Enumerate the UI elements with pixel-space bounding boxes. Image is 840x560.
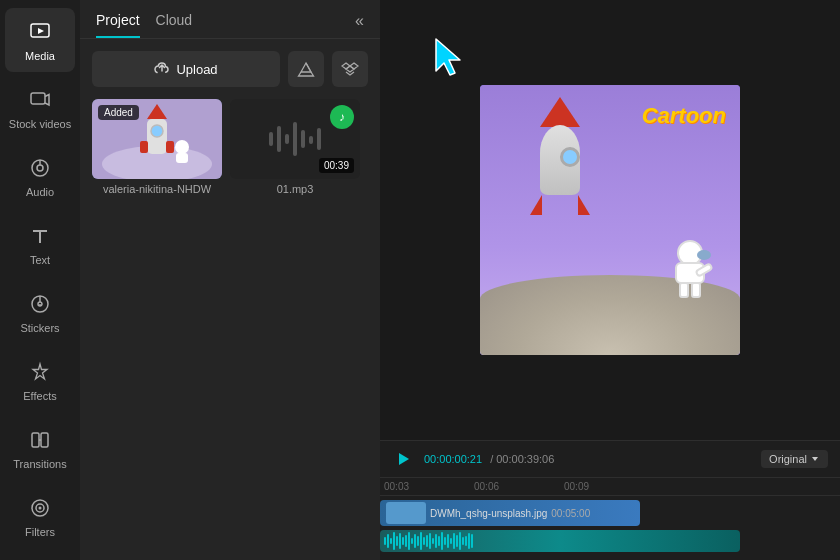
music-note-icon: ♪	[330, 105, 354, 129]
audio-track[interactable]	[380, 530, 740, 552]
sidebar-item-text[interactable]: Text	[5, 212, 75, 276]
wave-bar	[471, 534, 473, 548]
sidebar-item-label-transitions: Transitions	[13, 458, 66, 470]
media-item-label: 01.mp3	[230, 179, 360, 195]
google-drive-button[interactable]	[288, 51, 324, 87]
effects-icon	[26, 358, 54, 386]
wave-bar	[441, 532, 443, 550]
svg-point-4	[37, 165, 43, 171]
wave-bar	[432, 538, 434, 544]
text-icon	[26, 222, 54, 250]
video-thumbnail[interactable]: Added	[92, 99, 222, 179]
total-time: / 00:00:39:06	[490, 453, 554, 465]
added-badge: Added	[98, 105, 139, 120]
upload-cloud-icon	[154, 61, 170, 77]
wave-bar	[402, 537, 404, 545]
media-grid: Added valeria-nikitina-NHDW ♪ 00:39	[80, 99, 380, 195]
wave-bar	[387, 534, 389, 548]
video-preview: Cartoon	[480, 85, 740, 355]
wave-bar	[450, 538, 452, 544]
bottom-controls: 00:00:00:21 / 00:00:39:06 Original 00:03…	[380, 440, 840, 560]
upload-button[interactable]: Upload	[92, 51, 280, 87]
svg-rect-32	[309, 136, 313, 144]
sidebar-item-label-stickers: Stickers	[20, 322, 59, 334]
media-icon	[26, 18, 54, 46]
svg-point-25	[175, 140, 189, 154]
svg-rect-31	[301, 130, 305, 148]
sidebar: Media Stock videos Audio Text	[0, 0, 80, 560]
sidebar-item-transitions[interactable]: Transitions	[5, 416, 75, 480]
wave-bar	[453, 533, 455, 549]
ruler-mark-3: 00:09	[564, 481, 654, 492]
wave-bar	[447, 534, 449, 548]
wave-bar	[411, 538, 413, 544]
audio-waveform	[380, 532, 477, 550]
sidebar-item-label-effects: Effects	[23, 390, 56, 402]
sidebar-item-stickers[interactable]: Stickers	[5, 280, 75, 344]
video-track-label: DWMh_qshg-unsplash.jpg	[430, 508, 547, 519]
tab-project[interactable]: Project	[96, 12, 140, 38]
rocket-prop	[530, 115, 590, 215]
transitions-icon	[26, 426, 54, 454]
play-button[interactable]	[392, 447, 416, 471]
wave-bar	[459, 532, 461, 550]
audio-waveform-image	[265, 114, 325, 164]
rocket-body	[540, 125, 580, 195]
sidebar-item-label-stock: Stock videos	[9, 118, 71, 130]
quality-button[interactable]: Original	[761, 450, 828, 468]
sidebar-item-effects[interactable]: Effects	[5, 348, 75, 412]
svg-rect-29	[285, 134, 289, 144]
dropbox-icon	[341, 60, 359, 78]
video-track-thumb	[386, 502, 426, 524]
wave-bar	[423, 537, 425, 545]
sidebar-item-media[interactable]: Media	[5, 8, 75, 72]
sidebar-item-stock-videos[interactable]: Stock videos	[5, 76, 75, 140]
duration-badge: 00:39	[319, 158, 354, 173]
sidebar-item-label-audio: Audio	[26, 186, 54, 198]
tab-cloud[interactable]: Cloud	[156, 12, 193, 38]
svg-marker-35	[399, 453, 409, 465]
playback-bar: 00:00:00:21 / 00:00:39:06 Original	[380, 441, 840, 478]
astro-visor	[697, 250, 711, 260]
video-track-duration: 00:05:00	[551, 508, 590, 519]
filters-icon	[26, 494, 54, 522]
wave-bar	[462, 537, 464, 545]
preview-scene: Cartoon	[480, 85, 740, 355]
ruler-mark-1: 00:03	[384, 481, 474, 492]
collapse-panel-icon[interactable]: «	[355, 12, 364, 38]
svg-marker-34	[436, 39, 460, 75]
dropbox-button[interactable]	[332, 51, 368, 87]
wave-bar	[429, 533, 431, 549]
media-panel: Project Cloud « Upload	[80, 0, 380, 560]
stickers-icon	[26, 290, 54, 318]
svg-rect-27	[269, 132, 273, 146]
current-time: 00:00:00:21	[424, 453, 482, 465]
svg-rect-2	[31, 93, 45, 104]
list-item: Added valeria-nikitina-NHDW	[92, 99, 222, 195]
media-item-label: valeria-nikitina-NHDW	[92, 179, 222, 195]
wave-bar	[417, 536, 419, 546]
wave-bar	[405, 535, 407, 547]
astronaut-prop	[665, 240, 715, 300]
google-drive-icon	[297, 60, 315, 78]
sidebar-item-filters[interactable]: Filters	[5, 484, 75, 548]
rocket-fin-left	[530, 195, 542, 215]
video-track[interactable]: DWMh_qshg-unsplash.jpg 00:05:00	[380, 500, 640, 526]
timeline-ruler: 00:03 00:06 00:09	[380, 478, 840, 496]
svg-point-17	[39, 507, 42, 510]
list-item: ♪ 00:39 01.mp3	[230, 99, 360, 195]
audio-thumbnail[interactable]: ♪ 00:39	[230, 99, 360, 179]
wave-bar	[414, 534, 416, 548]
svg-point-24	[151, 125, 163, 137]
svg-rect-12	[32, 433, 39, 447]
audio-icon	[26, 154, 54, 182]
sidebar-item-label-media: Media	[25, 50, 55, 62]
sidebar-item-audio[interactable]: Audio	[5, 144, 75, 208]
cursor-arrow-icon	[430, 35, 470, 79]
wave-bar	[396, 536, 398, 546]
wave-bar	[393, 532, 395, 550]
svg-rect-28	[277, 126, 281, 152]
wave-bar	[456, 535, 458, 547]
main-area: Cartoon	[380, 0, 840, 560]
svg-rect-26	[176, 153, 188, 163]
